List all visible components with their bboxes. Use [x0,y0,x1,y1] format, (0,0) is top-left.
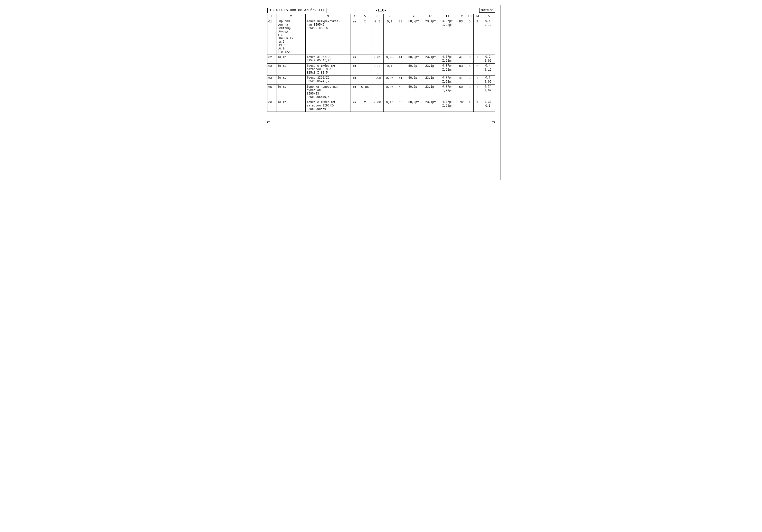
cell-id: 63 [267,64,276,76]
cell-col9: 50,2рт [405,55,422,64]
cell-col14: I [473,55,481,64]
cell-col11: 4.07ртI,22рт [439,55,456,64]
cell-col8: 50 [396,84,405,100]
cell-col15: 0,40,12 [481,64,495,76]
page-container: ТП-409-I5-088.86 Альбом III -IIO- 9325/3… [262,5,500,180]
cell-col13: 5 [466,64,473,76]
cell-unit: шт [350,100,359,112]
col-header-15: I5 [481,14,495,19]
cell-col9: 50,2рт [405,84,422,100]
cell-col12: 83 [456,19,466,55]
cell-name: Течка с шиберным затвором 3I95/I4 825х0,… [306,100,350,112]
cell-col13: 4 [466,100,473,112]
col-header-3: 3 [306,14,350,19]
footer-corners: ⌐ ⌐ [267,119,495,125]
cell-description: То же [276,55,306,64]
cell-col14: I [473,84,481,100]
header-row-table: I 2 3 4 5 6 7 8 9 IO II I2 I3 I4 I5 [267,14,495,19]
cell-id: 66 [267,100,276,112]
cell-col14: 2 [473,19,481,55]
cell-col14: I [473,76,481,84]
cell-unit: шт [350,84,359,100]
col-header-14: I4 [473,14,481,19]
cell-name: Течка 3I95/I2 825х0,05=4I,25 [306,76,350,84]
cell-col5: I [359,55,371,64]
cell-col15: 0,20,06 [481,76,495,84]
table-row: 66То жеТечка с шиберным затвором 3I95/I4… [267,100,495,112]
cell-col10: 23,Iрт [422,19,439,55]
cell-col6: 0,05 [371,55,384,64]
cell-col7: 0,05 [384,55,396,64]
cell-name: Течка 3I95/IO 825х0,05=4I,25 [306,55,350,64]
cell-col5: 0,06 [359,84,371,100]
cell-col14: 2 [473,100,481,112]
cell-name: Течка четырехрукав- ная 3I95/9 825х0,I=8… [306,19,350,55]
cell-col6: 0,I [371,19,384,55]
cell-col12: I32 [456,100,466,112]
cell-col7: 0,06 [384,84,396,100]
cell-col9: 50,2рт [405,19,422,55]
cell-col7: 0,05 [384,76,396,84]
cell-col8: 4I [396,76,405,84]
cell-col8: 83 [396,64,405,76]
col-header-11: II [439,14,456,19]
cell-col13: 3 [466,55,473,64]
cell-col13: 3 [466,84,473,100]
col-header-6: 6 [371,14,384,19]
cell-col13: 3 [466,76,473,84]
cell-description: Спр.лим. цен на нестанд. оборуд. т.I СНи… [276,19,306,55]
cell-col6 [371,84,384,100]
col-header-9: 9 [405,14,422,19]
col-header-2: 2 [276,14,306,19]
cell-col6: 0,08 [371,100,384,112]
cell-description: То же [276,100,306,112]
cell-description: То же [276,76,306,84]
corner-bottom-left: ⌐ [267,119,270,125]
cell-col12: 83 [456,64,466,76]
cell-col8: 4I [396,55,405,64]
col-header-7: 7 [384,14,396,19]
cell-col10: 23,Iрт [422,100,439,112]
cell-col9: 50,2рт [405,100,422,112]
cell-col11: 4.07ртI,22рт [439,64,456,76]
cell-col6: 0,I [371,64,384,76]
cell-col15: 0,330,I [481,100,495,112]
table-row: 61Спр.лим. цен на нестанд. оборуд. т.I С… [267,19,495,55]
cell-col5: 2 [359,100,371,112]
cell-col10: 23,Iрт [422,64,439,76]
cell-col15: 0,40,12 [481,19,495,55]
cell-col15: 0,240,07 [481,84,495,100]
cell-col13: 5 [466,19,473,55]
cell-col12: 50 [456,84,466,100]
col-header-12: I2 [456,14,466,19]
cell-col9: 50,2рт [405,76,422,84]
cell-col11: 4.07ртI,22рт [439,84,456,100]
cell-id: 63 [267,76,276,84]
cell-name: Течка с шиберным затвором 3I95/II 825х0,… [306,64,350,76]
header-row: ТП-409-I5-088.86 Альбом III -IIO- 9325/3 [267,8,495,13]
cell-name: Воронка поворотная рукавная 3I95/I3 825х… [306,84,350,100]
cell-col5: I [359,76,371,84]
col-header-10: IO [422,14,439,19]
cell-col5: I [359,19,371,55]
cell-id: 65 [267,84,276,100]
cell-description: То же [276,64,306,76]
cell-col9: 50,2рт [405,64,422,76]
cell-id: 61 [267,19,276,55]
col-header-13: I3 [466,14,473,19]
cell-unit: шт [350,19,359,55]
cell-col10: 23,Iрт [422,76,439,84]
col-header-8: 8 [396,14,405,19]
cell-col7: 0,I [384,19,396,55]
cell-col5: I [359,64,371,76]
table-row: 65То жеВоронка поворотная рукавная 3I95/… [267,84,495,100]
cell-col8: 83 [396,19,405,55]
table-row: 62То жеТечка 3I95/IO 825х0,05=4I,25штI0,… [267,55,495,64]
corner-bottom-right: ⌐ [492,119,495,125]
table-row: 63То жеТечка 3I95/I2 825х0,05=4I,25штI0,… [267,76,495,84]
col-header-1: I [267,14,276,19]
cell-col12: 4I [456,76,466,84]
cell-col10: 23,Iрт [422,55,439,64]
col-header-4: 4 [350,14,359,19]
cell-col12: 4I [456,55,466,64]
